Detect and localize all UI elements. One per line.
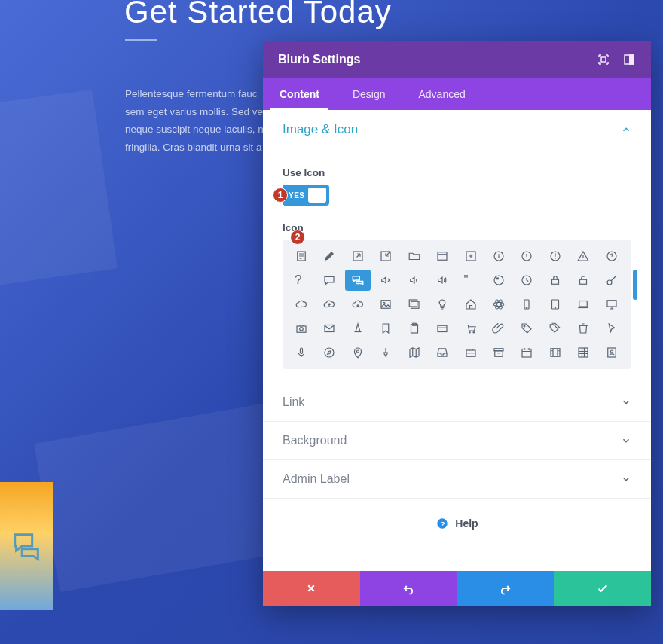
icon-tags[interactable] [542, 318, 568, 339]
icon-laptop[interactable] [570, 294, 596, 315]
icon-arrow-in[interactable] [373, 246, 399, 267]
icon-chat[interactable] [316, 270, 342, 291]
use-icon-toggle[interactable]: 1 YES [283, 185, 329, 206]
redo-button[interactable] [457, 571, 555, 606]
svg-text:?: ? [441, 520, 445, 528]
page-title: Get Started Today [124, 0, 392, 30]
body-text: Pellentesque fermentum fauc sem eget var… [125, 85, 276, 157]
icon-briefcase[interactable] [458, 342, 484, 363]
icon-mail[interactable] [316, 318, 342, 339]
toggle-handle [308, 188, 326, 203]
icon-chats-selected[interactable]: 2 [345, 270, 371, 291]
section-admin-label[interactable]: Admin Label [263, 460, 651, 498]
icon-home[interactable] [458, 294, 484, 315]
svg-rect-18 [381, 301, 390, 309]
section-background[interactable]: Background [263, 422, 651, 459]
icon-pin[interactable] [345, 342, 371, 363]
icon-volume-mute[interactable] [373, 270, 399, 291]
icon-lock[interactable] [542, 270, 568, 291]
icon-cursor[interactable] [599, 318, 625, 339]
icon-tag[interactable] [514, 318, 539, 339]
svg-rect-6 [438, 252, 447, 261]
icon-images[interactable] [402, 294, 427, 315]
section-title: Link [283, 395, 304, 409]
icon-paperclip[interactable] [486, 318, 512, 339]
icon-warning-triangle[interactable] [570, 246, 596, 267]
icon-guitar[interactable] [599, 270, 625, 291]
icon-pencil[interactable] [316, 246, 342, 267]
chevron-up-icon [621, 124, 631, 135]
tab-design[interactable]: Design [336, 78, 402, 110]
icon-mic[interactable] [289, 342, 314, 363]
section-image-icon[interactable]: Image & Icon [263, 110, 651, 149]
icon-folder[interactable] [402, 246, 427, 267]
icon-tablet[interactable] [542, 294, 568, 315]
icon-cloud-up[interactable] [316, 294, 342, 315]
section-link[interactable]: Link [263, 383, 651, 421]
svg-point-37 [469, 332, 470, 334]
icon-volume-low[interactable] [402, 270, 427, 291]
icon-window[interactable] [429, 246, 455, 267]
icon-camera[interactable] [289, 318, 314, 339]
section-body: Use Icon 1 YES Icon [263, 149, 651, 383]
icon-film[interactable] [542, 342, 568, 363]
redo-icon [499, 581, 512, 595]
svg-rect-30 [607, 301, 616, 307]
svg-point-26 [527, 307, 528, 309]
icon-contacts[interactable] [599, 342, 625, 363]
icon-archive[interactable] [486, 342, 512, 363]
icon-cloud-down[interactable] [345, 294, 371, 315]
icon-arrow-out[interactable] [345, 246, 371, 267]
icon-alert-circle[interactable] [514, 246, 539, 267]
tab-content[interactable]: Content [263, 78, 336, 110]
icon-question[interactable]: ? [289, 270, 314, 291]
icon-volume-high[interactable] [429, 270, 455, 291]
svg-rect-45 [495, 351, 503, 357]
icon-cone[interactable] [345, 318, 371, 339]
icon-cart[interactable] [458, 318, 484, 339]
icon-document[interactable] [289, 246, 314, 267]
help-row[interactable]: ? Help [263, 499, 651, 548]
svg-point-32 [300, 328, 304, 331]
icon-info[interactable] [486, 246, 512, 267]
icon-phone[interactable] [514, 294, 539, 315]
undo-button[interactable] [360, 571, 457, 606]
cancel-button[interactable] [263, 571, 360, 606]
icon-grid[interactable] [570, 342, 596, 363]
icon-error-circle[interactable] [542, 246, 568, 267]
icon-clipboard[interactable] [402, 318, 427, 339]
icon-image[interactable] [373, 294, 399, 315]
bg-shape [34, 402, 298, 593]
icon-credit-card[interactable] [429, 318, 455, 339]
icon-compass[interactable] [316, 342, 342, 363]
icon-add-box[interactable] [458, 246, 484, 267]
svg-rect-15 [551, 279, 558, 284]
section-title: Admin Label [283, 472, 350, 486]
icon-bulb[interactable] [429, 294, 455, 315]
icon-quote-circle[interactable]: " [486, 270, 512, 291]
svg-rect-20 [411, 301, 419, 308]
save-button[interactable] [554, 571, 651, 606]
icon-trash[interactable] [570, 318, 596, 339]
icon-help-circle[interactable] [599, 246, 625, 267]
scrollbar-thumb[interactable] [633, 270, 637, 300]
icon-calendar[interactable] [514, 342, 539, 363]
icon-pushpin[interactable] [373, 342, 399, 363]
svg-rect-29 [579, 301, 588, 307]
svg-point-39 [524, 325, 525, 327]
modal-title: Blurb Settings [278, 53, 585, 66]
icon-atom[interactable] [486, 294, 512, 315]
icon-cloud[interactable] [289, 294, 314, 315]
tab-advanced[interactable]: Advanced [402, 78, 481, 110]
icon-clock[interactable] [514, 270, 539, 291]
icon-desktop[interactable] [599, 294, 625, 315]
icon-bookmark[interactable] [373, 318, 399, 339]
toggle-on-label: YES [289, 191, 305, 200]
icon-inbox[interactable] [429, 342, 455, 363]
icon-map[interactable] [402, 342, 427, 363]
expand-icon[interactable] [597, 53, 610, 66]
snap-right-icon[interactable] [622, 53, 636, 66]
icon-quote[interactable]: " [458, 270, 484, 291]
icon-unlock[interactable] [570, 270, 596, 291]
svg-point-42 [356, 350, 359, 353]
